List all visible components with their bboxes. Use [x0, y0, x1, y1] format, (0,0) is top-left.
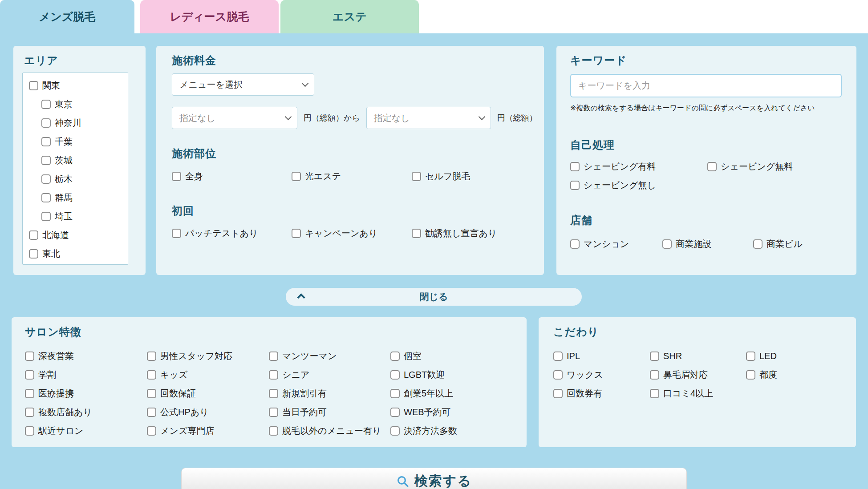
preference-option-shr[interactable]: SHR — [650, 351, 746, 361]
checkbox[interactable] — [25, 408, 34, 417]
salon-option-senior[interactable]: シニア — [269, 369, 390, 381]
salon-option-mens-only[interactable]: メンズ専門店 — [147, 425, 269, 437]
first-option-patch-test[interactable]: パッチテストあり — [172, 227, 292, 239]
checkbox[interactable] — [753, 239, 763, 249]
area-option-hokkaido[interactable]: 北海道 — [29, 226, 128, 244]
checkbox[interactable] — [25, 426, 34, 436]
first-option-no-solicitation[interactable]: 勧誘無し宣言あり — [412, 227, 528, 239]
selfcare-option-shaving-free[interactable]: シェービング無料 — [707, 161, 843, 173]
area-option-kanagawa[interactable]: 神奈川 — [41, 113, 128, 132]
checkbox[interactable] — [25, 370, 34, 380]
salon-option-established-5-years[interactable]: 創業5年以上 — [390, 388, 515, 400]
checkbox[interactable] — [147, 426, 156, 436]
preference-option-pay-per-visit[interactable]: 都度 — [746, 369, 843, 381]
area-option-kanto[interactable]: 関東 — [29, 76, 128, 95]
salon-option-other-menus[interactable]: 脱毛以外のメニュー有り — [269, 425, 390, 437]
keyword-input[interactable] — [570, 74, 842, 97]
salon-option-web-booking[interactable]: WEB予約可 — [390, 406, 515, 418]
area-option-chiba[interactable]: 千葉 — [41, 132, 128, 151]
salon-option-male-staff[interactable]: 男性スタッフ対応 — [147, 350, 269, 362]
parts-option-zenshin[interactable]: 全身 — [172, 170, 292, 182]
checkbox[interactable] — [553, 370, 563, 380]
preference-option-wax[interactable]: ワックス — [553, 369, 650, 381]
checkbox[interactable] — [553, 389, 563, 398]
checkbox[interactable] — [292, 172, 301, 181]
checkbox[interactable] — [25, 352, 34, 361]
checkbox[interactable] — [41, 193, 51, 202]
tab-mens-datsumou[interactable]: メンズ脱毛 — [0, 0, 134, 33]
checkbox[interactable] — [41, 137, 51, 146]
salon-option-session-guarantee[interactable]: 回数保証 — [147, 388, 269, 400]
parts-option-self-datsumou[interactable]: セルフ脱毛 — [412, 170, 528, 182]
checkbox[interactable] — [41, 174, 51, 184]
preference-option-nose-eyebrow[interactable]: 鼻毛眉対応 — [650, 369, 746, 381]
checkbox[interactable] — [25, 389, 34, 398]
preference-option-ipl[interactable]: IPL — [553, 351, 650, 361]
preference-option-ticket-book[interactable]: 回数券有 — [553, 388, 650, 400]
checkbox[interactable] — [707, 162, 717, 171]
salon-option-many-payment-methods[interactable]: 決済方法多数 — [390, 425, 515, 437]
checkbox[interactable] — [662, 239, 672, 249]
checkbox[interactable] — [172, 229, 181, 238]
salon-option-multiple-locations[interactable]: 複数店舗あり — [25, 406, 147, 418]
parts-option-hikari-esthe[interactable]: 光エステ — [292, 170, 412, 182]
salon-option-student-discount[interactable]: 学割 — [25, 369, 147, 381]
checkbox[interactable] — [147, 352, 156, 361]
salon-option-lgbt-friendly[interactable]: LGBT歓迎 — [390, 369, 515, 381]
area-option-tokyo[interactable]: 東京 — [41, 95, 128, 113]
checkbox[interactable] — [650, 370, 659, 380]
salon-option-official-website[interactable]: 公式HPあり — [147, 406, 269, 418]
checkbox[interactable] — [650, 352, 659, 361]
store-option-commercial-building[interactable]: 商業ビル — [753, 238, 843, 250]
first-option-campaign[interactable]: キャンペーンあり — [292, 227, 412, 239]
checkbox[interactable] — [390, 408, 400, 417]
salon-option-late-night[interactable]: 深夜営業 — [25, 350, 147, 362]
salon-option-same-day-booking[interactable]: 当日予約可 — [269, 406, 390, 418]
price-max-select[interactable]: 指定なし — [366, 107, 491, 129]
area-option-gunma[interactable]: 群馬 — [41, 188, 128, 207]
store-option-mansion[interactable]: マンション — [570, 238, 662, 250]
checkbox[interactable] — [650, 389, 659, 398]
area-option-ibaraki[interactable]: 茨城 — [41, 151, 128, 170]
selfcare-option-shaving-paid[interactable]: シェービング有料 — [570, 161, 707, 173]
checkbox[interactable] — [746, 370, 755, 380]
selfcare-option-shaving-none[interactable]: シェービング無し — [570, 179, 707, 191]
salon-option-kids[interactable]: キッズ — [147, 369, 269, 381]
close-filters-button[interactable]: 閉じる — [286, 288, 582, 306]
checkbox[interactable] — [41, 100, 51, 109]
search-button[interactable]: 検索する — [181, 468, 687, 489]
checkbox[interactable] — [147, 408, 156, 417]
area-option-tochigi[interactable]: 栃木 — [41, 170, 128, 188]
area-option-saitama[interactable]: 埼玉 — [41, 207, 128, 226]
checkbox[interactable] — [390, 389, 400, 398]
price-min-select[interactable]: 指定なし — [172, 107, 297, 129]
preference-option-review-4-plus[interactable]: 口コミ4以上 — [650, 388, 746, 400]
salon-option-new-customer-discount[interactable]: 新規割引有 — [269, 388, 390, 400]
checkbox[interactable] — [41, 156, 51, 165]
checkbox[interactable] — [29, 230, 38, 240]
checkbox[interactable] — [746, 352, 755, 361]
checkbox[interactable] — [147, 370, 156, 380]
salon-option-near-station[interactable]: 駅近サロン — [25, 425, 147, 437]
salon-option-one-on-one[interactable]: マンツーマン — [269, 350, 390, 362]
checkbox[interactable] — [390, 370, 400, 380]
checkbox[interactable] — [269, 426, 278, 436]
checkbox[interactable] — [412, 229, 421, 238]
tab-ladies-datsumou[interactable]: レディース脱毛 — [140, 0, 279, 33]
checkbox[interactable] — [172, 172, 181, 181]
checkbox[interactable] — [29, 249, 38, 259]
store-option-commercial-facility[interactable]: 商業施設 — [662, 238, 753, 250]
checkbox[interactable] — [269, 352, 278, 361]
checkbox[interactable] — [29, 81, 38, 90]
checkbox[interactable] — [390, 352, 400, 361]
checkbox[interactable] — [570, 181, 580, 190]
menu-select[interactable]: メニューを選択 — [172, 73, 314, 96]
area-option-tohoku[interactable]: 東北 — [29, 244, 128, 263]
checkbox[interactable] — [41, 212, 51, 221]
salon-option-private-room[interactable]: 個室 — [390, 350, 515, 362]
preference-option-led[interactable]: LED — [746, 351, 843, 361]
salon-option-medical-partnership[interactable]: 医療提携 — [25, 388, 147, 400]
checkbox[interactable] — [570, 162, 580, 171]
tab-esthe[interactable]: エステ — [280, 0, 419, 33]
checkbox[interactable] — [147, 389, 156, 398]
